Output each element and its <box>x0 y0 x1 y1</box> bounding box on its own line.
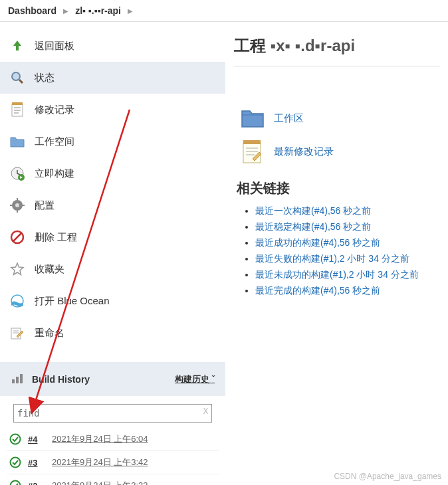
sidebar-item-label: 收藏夹 <box>35 263 64 276</box>
related-link[interactable]: 最近成功的构建(#4),56 秒之前 <box>255 237 380 248</box>
sidebar-item-status[interactable]: 状态 <box>0 62 225 94</box>
workspace-link-row: 工作区 <box>241 106 440 130</box>
sidebar-item-changes[interactable]: 修改记录 <box>0 94 225 126</box>
build-row[interactable]: #2 2021年9月24日 上午3:33 <box>7 474 219 485</box>
workspace-link[interactable]: 工作区 <box>274 112 304 125</box>
build-search: X <box>5 399 220 428</box>
recent-changes-link[interactable]: 最新修改记录 <box>274 146 334 158</box>
sidebar-item-workspace[interactable]: 工作空间 <box>0 126 225 157</box>
build-history-header: Build History 构建历史 ˇ <box>0 362 225 396</box>
svg-rect-12 <box>17 210 18 213</box>
sidebar-item-label: 返回面板 <box>35 40 74 52</box>
clock-play-icon <box>9 165 25 181</box>
build-history-trend-link[interactable]: 构建历史 ˇ <box>175 373 215 385</box>
blue-ocean-icon <box>9 293 25 309</box>
sidebar-item-blue-ocean[interactable]: 打开 Blue Ocean <box>0 285 225 317</box>
recent-changes-link-row: 最新修改记录 <box>241 140 440 163</box>
build-list: #4 2021年9月24日 上午6:04 #3 2021年9月24日 上午3:4… <box>0 428 225 485</box>
trend-icon <box>11 371 25 387</box>
svg-rect-21 <box>12 379 15 383</box>
related-link-item: 最近未成功的构建(#1),2 小时 34 分之前 <box>255 269 440 281</box>
svg-rect-3 <box>12 102 23 105</box>
sidebar: 返回面板 状态 修改记录 工作空间 <box>0 22 226 483</box>
sidebar-item-label: 重命名 <box>35 327 64 340</box>
svg-line-1 <box>19 80 23 83</box>
breadcrumb: Dashboard ▶ zl▪ ▪.▪▪r-api ▶ <box>0 0 448 22</box>
chevron-right-icon: ▶ <box>128 7 133 15</box>
sidebar-item-rename[interactable]: 重命名 <box>0 317 225 349</box>
notes-icon <box>9 102 25 118</box>
related-link[interactable]: 最近一次构建(#4),56 秒之前 <box>255 205 371 216</box>
related-link-item: 最近成功的构建(#4),56 秒之前 <box>255 237 440 249</box>
svg-point-0 <box>12 72 20 80</box>
delete-icon <box>9 229 25 245</box>
svg-rect-29 <box>243 140 261 144</box>
related-link[interactable]: 最近完成的构建(#4),56 秒之前 <box>255 285 380 296</box>
sidebar-item-label: 删除 工程 <box>35 231 77 244</box>
svg-point-24 <box>11 435 21 444</box>
sidebar-item-favorite[interactable]: 收藏夹 <box>0 253 225 285</box>
notepad-icon <box>241 140 265 163</box>
build-number[interactable]: #3 <box>28 458 45 468</box>
folder-icon <box>9 134 25 149</box>
svg-point-25 <box>11 458 21 468</box>
sidebar-item-build-now[interactable]: 立即构建 <box>0 157 225 189</box>
breadcrumb-project[interactable]: zl▪ ▪.▪▪r-api <box>75 5 121 16</box>
sidebar-item-label: 状态 <box>35 72 55 84</box>
related-link[interactable]: 最近失败的构建(#1),2 小时 34 分之前 <box>255 253 409 264</box>
main-content: 工程 ▪x▪ ▪.d▪r-api 工作区 最新修改记录 相关链接 最近一次构建(… <box>226 22 448 483</box>
sidebar-item-configure[interactable]: 配置 <box>0 189 225 221</box>
svg-point-10 <box>15 203 19 207</box>
up-arrow-icon <box>9 38 25 54</box>
related-link-item: 最近失败的构建(#1),2 小时 34 分之前 <box>255 253 440 265</box>
svg-rect-22 <box>16 377 19 383</box>
search-icon <box>9 70 25 86</box>
sidebar-item-delete[interactable]: 删除 工程 <box>0 221 225 253</box>
breadcrumb-dashboard[interactable]: Dashboard <box>8 5 56 16</box>
build-number[interactable]: #4 <box>28 435 45 444</box>
related-link[interactable]: 最近稳定构建(#4),56 秒之前 <box>255 221 371 232</box>
svg-rect-28 <box>243 143 261 163</box>
edit-icon <box>9 325 25 341</box>
success-icon <box>9 456 21 468</box>
gear-icon <box>9 197 25 213</box>
watermark: CSDN @Apache_java_games <box>334 472 441 481</box>
star-icon <box>9 261 25 277</box>
sidebar-item-label: 配置 <box>35 199 55 212</box>
sidebar-item-label: 立即构建 <box>35 167 74 180</box>
related-link-item: 最近一次构建(#4),56 秒之前 <box>255 205 440 217</box>
sidebar-item-label: 修改记录 <box>35 104 74 116</box>
build-row[interactable]: #3 2021年9月24日 上午3:42 <box>7 451 219 474</box>
related-links-list: 最近一次构建(#4),56 秒之前最近稳定构建(#4),56 秒之前最近成功的构… <box>255 205 440 297</box>
svg-rect-13 <box>10 205 13 206</box>
related-link-item: 最近稳定构建(#4),56 秒之前 <box>255 221 440 233</box>
sidebar-item-back[interactable]: 返回面板 <box>0 30 225 62</box>
build-row[interactable]: #4 2021年9月24日 上午6:04 <box>7 428 219 451</box>
success-icon <box>9 433 21 445</box>
build-time[interactable]: 2021年9月24日 上午6:04 <box>52 433 148 445</box>
svg-point-26 <box>11 481 21 486</box>
svg-rect-14 <box>22 205 25 206</box>
build-history-title: Build History <box>32 374 90 385</box>
clear-icon[interactable]: X <box>203 407 208 416</box>
related-link[interactable]: 最近未成功的构建(#1),2 小时 34 分之前 <box>255 269 419 280</box>
page-title: 工程 ▪x▪ ▪.d▪r-api <box>234 35 440 66</box>
build-time[interactable]: 2021年9月24日 上午3:42 <box>52 456 148 468</box>
sidebar-item-label: 工作空间 <box>35 136 74 148</box>
build-search-input[interactable] <box>13 404 212 423</box>
chevron-right-icon: ▶ <box>63 7 68 15</box>
folder-icon <box>241 106 265 130</box>
svg-rect-23 <box>20 374 23 383</box>
sidebar-item-label: 打开 Blue Ocean <box>35 295 110 308</box>
build-number[interactable]: #2 <box>28 481 45 486</box>
related-link-item: 最近完成的构建(#4),56 秒之前 <box>255 285 440 297</box>
build-time[interactable]: 2021年9月24日 上午3:33 <box>52 480 148 485</box>
related-links-header: 相关链接 <box>237 179 440 197</box>
svg-rect-11 <box>17 198 18 201</box>
success-icon <box>9 480 21 485</box>
